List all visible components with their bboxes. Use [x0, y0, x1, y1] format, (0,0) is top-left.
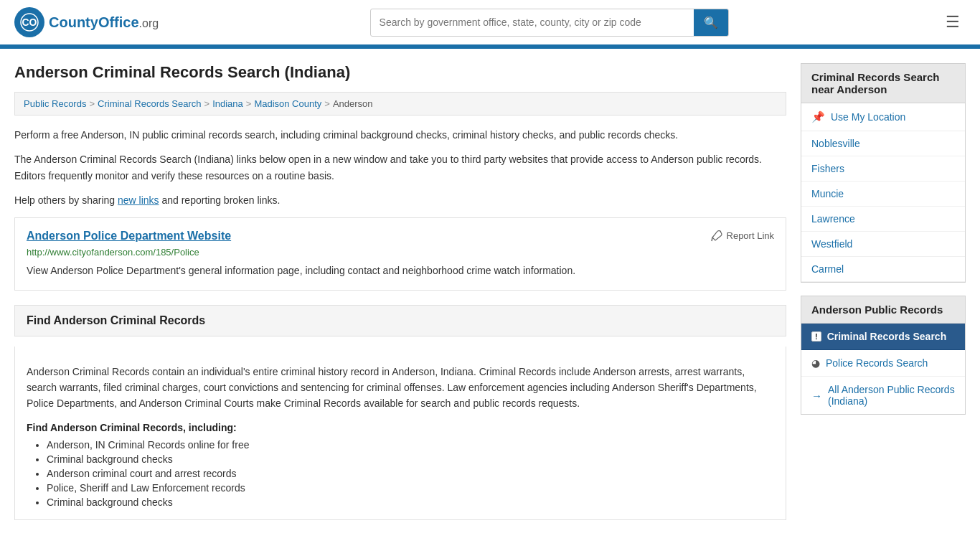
- search-bar: 🔍: [370, 9, 729, 37]
- page-title: Anderson Criminal Records Search (Indian…: [14, 63, 786, 82]
- menu-button[interactable]: ☰: [940, 10, 966, 34]
- content: Anderson Criminal Records Search (Indian…: [0, 49, 980, 534]
- report-link-area: Anderson Police Department Website Repor…: [27, 230, 774, 242]
- use-location-button[interactable]: 📌 Use My Location: [801, 103, 965, 131]
- find-list: Anderson, IN Criminal Records online for…: [27, 439, 774, 508]
- desc-para-3: Help others by sharing new links and rep…: [14, 192, 786, 208]
- breadcrumb-public-records[interactable]: Public Records: [24, 98, 86, 109]
- compass-icon: ◕: [811, 357, 820, 369]
- sidebar-nearby-header: Criminal Records Search near Anderson: [801, 63, 966, 103]
- sidebar-link-lawrence[interactable]: Lawrence: [801, 207, 965, 232]
- exclamation-icon: !: [811, 331, 821, 342]
- list-item: Police, Sheriff and Law Enforcement reco…: [47, 482, 774, 494]
- sidebar-link-noblesville[interactable]: Noblesville: [801, 131, 965, 156]
- logo-icon: CO: [14, 7, 44, 37]
- report-link-button[interactable]: Report Link: [711, 230, 774, 242]
- sidebar-link-westfield[interactable]: Westfield: [801, 232, 965, 257]
- desc-para-2: The Anderson Criminal Records Search (In…: [14, 151, 786, 184]
- breadcrumb-madison[interactable]: Madison County: [254, 98, 321, 109]
- list-item: Criminal background checks: [47, 453, 774, 465]
- breadcrumb-indiana[interactable]: Indiana: [212, 98, 243, 109]
- list-item: Anderson criminal court and arrest recor…: [47, 468, 774, 479]
- sidebar-active-criminal-records[interactable]: ! Criminal Records Search: [801, 324, 965, 350]
- resource-description: View Anderson Police Department's genera…: [27, 263, 774, 278]
- list-item: Anderson, IN Criminal Records online for…: [47, 439, 774, 451]
- main-content: Anderson Criminal Records Search (Indian…: [14, 63, 786, 520]
- logo-text: CountyOffice.org: [49, 14, 159, 31]
- sidebar-link-carmel[interactable]: Carmel: [801, 257, 965, 282]
- location-pin-icon: 📌: [811, 110, 825, 123]
- svg-text:CO: CO: [22, 17, 37, 28]
- header: CO CountyOffice.org 🔍 ☰: [0, 0, 980, 47]
- sidebar-nearby-section: 📌 Use My Location Noblesville Fishers Mu…: [801, 103, 966, 283]
- new-links-link[interactable]: new links: [118, 194, 159, 206]
- sidebar-all-records[interactable]: → All Anderson Public Records (Indiana): [801, 377, 965, 414]
- find-body-area: Anderson Criminal Records contain an ind…: [14, 347, 786, 520]
- search-button[interactable]: 🔍: [694, 9, 728, 36]
- wrench-icon: [711, 230, 722, 242]
- search-input[interactable]: [371, 11, 694, 34]
- find-body-text: Anderson Criminal Records contain an ind…: [27, 364, 774, 412]
- find-sub-title: Find Anderson Criminal Records, includin…: [27, 422, 774, 433]
- sidebar-police-records[interactable]: ◕ Police Records Search: [801, 350, 965, 377]
- breadcrumb-criminal-records[interactable]: Criminal Records Search: [98, 98, 202, 109]
- breadcrumb: Public Records > Criminal Records Search…: [14, 92, 786, 116]
- sidebar: Criminal Records Search near Anderson 📌 …: [801, 63, 966, 520]
- svg-line-2: [712, 237, 712, 241]
- sidebar-public-records-header: Anderson Public Records: [801, 296, 966, 324]
- find-section-title: Find Anderson Criminal Records: [27, 314, 774, 327]
- find-section: Find Anderson Criminal Records: [14, 305, 786, 336]
- sidebar-link-muncie[interactable]: Muncie: [801, 182, 965, 207]
- sidebar-public-records-section: ! Criminal Records Search ◕ Police Recor…: [801, 324, 966, 415]
- logo-area: CO CountyOffice.org: [14, 7, 159, 37]
- resource-url[interactable]: http://www.cityofanderson.com/185/Police: [27, 247, 774, 258]
- sidebar-link-fishers[interactable]: Fishers: [801, 156, 965, 182]
- desc-para-1: Perform a free Anderson, IN public crimi…: [14, 127, 786, 143]
- resource-title-link[interactable]: Anderson Police Department Website: [27, 230, 231, 242]
- list-item: Criminal background checks: [47, 496, 774, 508]
- breadcrumb-anderson: Anderson: [333, 98, 373, 109]
- resource-card: Anderson Police Department Website Repor…: [14, 217, 786, 291]
- arrow-icon: →: [811, 390, 822, 402]
